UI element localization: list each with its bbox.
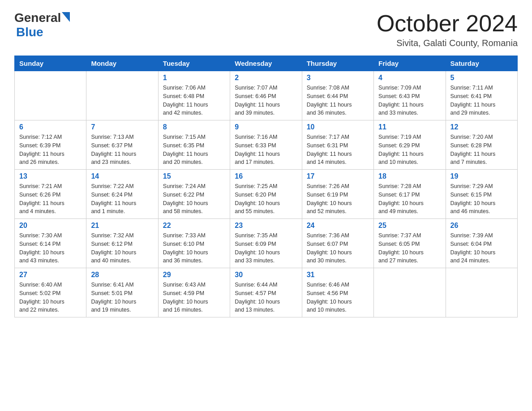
weekday-header-sunday: Sunday xyxy=(15,56,86,71)
weekday-header-row: SundayMondayTuesdayWednesdayThursdayFrid… xyxy=(15,56,518,71)
day-info: Sunrise: 7:32 AM Sunset: 6:12 PM Dayligh… xyxy=(91,231,153,265)
day-number: 29 xyxy=(163,271,225,279)
day-number: 12 xyxy=(450,123,513,131)
day-number: 6 xyxy=(19,123,82,131)
calendar-week-row: 1Sunrise: 7:06 AM Sunset: 6:48 PM Daylig… xyxy=(15,71,518,120)
calendar-cell: 21Sunrise: 7:32 AM Sunset: 6:12 PM Dayli… xyxy=(86,219,158,268)
day-info: Sunrise: 7:07 AM Sunset: 6:46 PM Dayligh… xyxy=(235,84,297,117)
calendar-cell: 15Sunrise: 7:24 AM Sunset: 6:22 PM Dayli… xyxy=(158,170,230,219)
calendar-cell: 22Sunrise: 7:33 AM Sunset: 6:10 PM Dayli… xyxy=(158,219,230,268)
logo-triangle-icon xyxy=(62,12,70,24)
calendar-cell: 23Sunrise: 7:35 AM Sunset: 6:09 PM Dayli… xyxy=(230,219,302,268)
calendar-cell: 26Sunrise: 7:39 AM Sunset: 6:04 PM Dayli… xyxy=(446,219,517,268)
day-number: 24 xyxy=(307,222,369,230)
day-number: 15 xyxy=(163,172,225,180)
day-info: Sunrise: 7:15 AM Sunset: 6:35 PM Dayligh… xyxy=(163,133,225,167)
calendar-cell: 5Sunrise: 7:11 AM Sunset: 6:41 PM Daylig… xyxy=(446,71,517,120)
calendar-cell: 30Sunrise: 6:44 AM Sunset: 4:57 PM Dayli… xyxy=(230,268,302,317)
day-number: 1 xyxy=(163,74,225,82)
day-info: Sunrise: 7:36 AM Sunset: 6:07 PM Dayligh… xyxy=(307,231,369,265)
day-info: Sunrise: 7:35 AM Sunset: 6:09 PM Dayligh… xyxy=(235,231,297,265)
month-title: October 2024 xyxy=(377,11,518,36)
day-number: 10 xyxy=(307,123,369,131)
day-number: 22 xyxy=(163,222,225,230)
day-number: 21 xyxy=(91,222,153,230)
page-header: General Blue October 2024 Sivita, Galati… xyxy=(14,11,518,48)
calendar-cell: 27Sunrise: 6:40 AM Sunset: 5:02 PM Dayli… xyxy=(15,268,86,317)
day-info: Sunrise: 7:13 AM Sunset: 6:37 PM Dayligh… xyxy=(91,133,153,167)
svg-marker-0 xyxy=(62,12,70,22)
calendar-cell: 17Sunrise: 7:26 AM Sunset: 6:19 PM Dayli… xyxy=(302,170,373,219)
day-number: 9 xyxy=(235,123,297,131)
day-info: Sunrise: 7:30 AM Sunset: 6:14 PM Dayligh… xyxy=(19,231,82,265)
day-info: Sunrise: 6:43 AM Sunset: 4:59 PM Dayligh… xyxy=(163,281,225,314)
day-info: Sunrise: 7:24 AM Sunset: 6:22 PM Dayligh… xyxy=(163,182,225,216)
calendar-cell: 24Sunrise: 7:36 AM Sunset: 6:07 PM Dayli… xyxy=(302,219,373,268)
day-number: 2 xyxy=(235,74,297,82)
calendar-cell: 2Sunrise: 7:07 AM Sunset: 6:46 PM Daylig… xyxy=(230,71,302,120)
day-info: Sunrise: 7:26 AM Sunset: 6:19 PM Dayligh… xyxy=(307,182,369,216)
calendar-cell: 16Sunrise: 7:25 AM Sunset: 6:20 PM Dayli… xyxy=(230,170,302,219)
calendar-cell: 25Sunrise: 7:37 AM Sunset: 6:05 PM Dayli… xyxy=(374,219,446,268)
day-number: 17 xyxy=(307,172,369,180)
day-number: 30 xyxy=(235,271,297,279)
calendar-cell: 29Sunrise: 6:43 AM Sunset: 4:59 PM Dayli… xyxy=(158,268,230,317)
day-number: 8 xyxy=(163,123,225,131)
day-info: Sunrise: 7:12 AM Sunset: 6:39 PM Dayligh… xyxy=(19,133,82,167)
calendar-cell: 1Sunrise: 7:06 AM Sunset: 6:48 PM Daylig… xyxy=(158,71,230,120)
calendar-cell: 20Sunrise: 7:30 AM Sunset: 6:14 PM Dayli… xyxy=(15,219,86,268)
day-number: 27 xyxy=(19,271,82,279)
calendar-cell: 31Sunrise: 6:46 AM Sunset: 4:56 PM Dayli… xyxy=(302,268,373,317)
day-info: Sunrise: 7:39 AM Sunset: 6:04 PM Dayligh… xyxy=(450,231,513,265)
calendar-cell xyxy=(446,268,517,317)
calendar-cell xyxy=(374,268,446,317)
day-info: Sunrise: 7:11 AM Sunset: 6:41 PM Dayligh… xyxy=(450,84,513,117)
day-info: Sunrise: 7:33 AM Sunset: 6:10 PM Dayligh… xyxy=(163,231,225,265)
day-number: 18 xyxy=(378,172,441,180)
calendar-week-row: 13Sunrise: 7:21 AM Sunset: 6:26 PM Dayli… xyxy=(15,170,518,219)
day-number: 23 xyxy=(235,222,297,230)
day-info: Sunrise: 6:40 AM Sunset: 5:02 PM Dayligh… xyxy=(19,281,82,314)
calendar-cell: 11Sunrise: 7:19 AM Sunset: 6:29 PM Dayli… xyxy=(374,120,446,170)
day-info: Sunrise: 7:28 AM Sunset: 6:17 PM Dayligh… xyxy=(378,182,441,216)
day-info: Sunrise: 7:19 AM Sunset: 6:29 PM Dayligh… xyxy=(378,133,441,167)
calendar-cell: 9Sunrise: 7:16 AM Sunset: 6:33 PM Daylig… xyxy=(230,120,302,170)
day-info: Sunrise: 7:29 AM Sunset: 6:15 PM Dayligh… xyxy=(450,182,513,216)
weekday-header-saturday: Saturday xyxy=(446,56,517,71)
calendar-cell: 8Sunrise: 7:15 AM Sunset: 6:35 PM Daylig… xyxy=(158,120,230,170)
day-info: Sunrise: 7:22 AM Sunset: 6:24 PM Dayligh… xyxy=(91,182,153,216)
calendar-cell xyxy=(15,71,86,120)
day-info: Sunrise: 7:25 AM Sunset: 6:20 PM Dayligh… xyxy=(235,182,297,216)
day-info: Sunrise: 7:16 AM Sunset: 6:33 PM Dayligh… xyxy=(235,133,297,167)
day-number: 19 xyxy=(450,172,513,180)
weekday-header-monday: Monday xyxy=(86,56,158,71)
calendar-cell: 4Sunrise: 7:09 AM Sunset: 6:43 PM Daylig… xyxy=(374,71,446,120)
calendar-week-row: 27Sunrise: 6:40 AM Sunset: 5:02 PM Dayli… xyxy=(15,268,518,317)
day-number: 13 xyxy=(19,172,82,180)
calendar-week-row: 20Sunrise: 7:30 AM Sunset: 6:14 PM Dayli… xyxy=(15,219,518,268)
weekday-header-thursday: Thursday xyxy=(302,56,373,71)
day-number: 16 xyxy=(235,172,297,180)
calendar-cell: 3Sunrise: 7:08 AM Sunset: 6:44 PM Daylig… xyxy=(302,71,373,120)
weekday-header-wednesday: Wednesday xyxy=(230,56,302,71)
calendar-week-row: 6Sunrise: 7:12 AM Sunset: 6:39 PM Daylig… xyxy=(15,120,518,170)
calendar-table: SundayMondayTuesdayWednesdayThursdayFrid… xyxy=(14,56,518,317)
calendar-cell: 28Sunrise: 6:41 AM Sunset: 5:01 PM Dayli… xyxy=(86,268,158,317)
calendar-cell xyxy=(86,71,158,120)
calendar-cell: 10Sunrise: 7:17 AM Sunset: 6:31 PM Dayli… xyxy=(302,120,373,170)
day-info: Sunrise: 7:06 AM Sunset: 6:48 PM Dayligh… xyxy=(163,84,225,117)
calendar-cell: 18Sunrise: 7:28 AM Sunset: 6:17 PM Dayli… xyxy=(374,170,446,219)
logo-general-text: General xyxy=(14,11,61,25)
day-number: 31 xyxy=(307,271,369,279)
day-info: Sunrise: 6:41 AM Sunset: 5:01 PM Dayligh… xyxy=(91,281,153,314)
logo: General Blue xyxy=(14,11,70,39)
weekday-header-friday: Friday xyxy=(374,56,446,71)
day-number: 25 xyxy=(378,222,441,230)
day-number: 7 xyxy=(91,123,153,131)
day-number: 11 xyxy=(378,123,441,131)
day-info: Sunrise: 7:17 AM Sunset: 6:31 PM Dayligh… xyxy=(307,133,369,167)
title-block: October 2024 Sivita, Galati County, Roma… xyxy=(377,11,518,48)
calendar-cell: 7Sunrise: 7:13 AM Sunset: 6:37 PM Daylig… xyxy=(86,120,158,170)
day-number: 3 xyxy=(307,74,369,82)
day-number: 20 xyxy=(19,222,82,230)
